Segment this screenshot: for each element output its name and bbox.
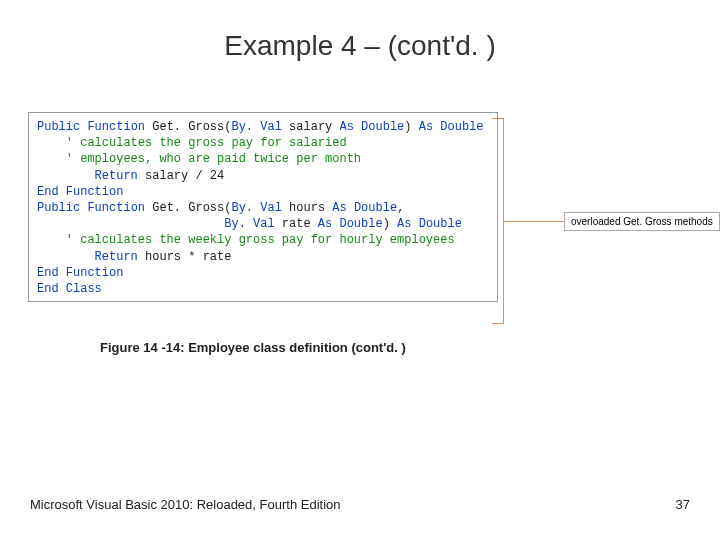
slide-title: Example 4 – (cont'd. ) [0,30,720,62]
code-text: hours [282,201,332,215]
keyword: Double [354,120,404,134]
figure-caption: Figure 14 -14: Employee class definition… [100,340,406,355]
callout-connector [504,221,564,222]
code-line: By. Val rate As Double) As Double [37,216,489,232]
code-text: hours * rate [138,250,232,264]
page-number: 37 [676,497,690,512]
callout-overloaded: overloaded Get. Gross methods [564,212,720,231]
keyword: End [37,266,59,280]
keyword: By. Val [231,120,281,134]
code-text: salary [282,120,340,134]
keyword: Public [37,201,80,215]
code-text: , [397,201,404,215]
code-text: salary / 24 [138,169,224,183]
keyword: By. Val [231,201,281,215]
code-comment: ' calculates the weekly gross pay for ho… [37,232,489,248]
code-comment: ' calculates the gross pay for salaried [37,135,489,151]
footer-book-title: Microsoft Visual Basic 2010: Reloaded, F… [30,497,340,512]
keyword: As [419,120,433,134]
keyword: Function [59,266,124,280]
keyword: Function [59,185,124,199]
keyword: Double [332,217,382,231]
keyword: As [332,201,346,215]
keyword: Double [347,201,397,215]
keyword: End [37,185,59,199]
code-line: End Function [37,265,489,281]
keyword: Function [80,120,145,134]
code-text: rate [275,217,318,231]
code-text: Get. Gross( [145,120,231,134]
code-text: ) [404,120,418,134]
code-line: End Class [37,281,489,297]
code-line: Public Function Get. Gross(By. Val salar… [37,119,489,135]
keyword: By. Val [37,217,275,231]
code-line: Return hours * rate [37,249,489,265]
keyword: Public [37,120,80,134]
keyword: Double [433,120,483,134]
code-text: Get. Gross( [145,201,231,215]
keyword: Function [80,201,145,215]
keyword: As [339,120,353,134]
keyword: As [318,217,332,231]
code-line: Public Function Get. Gross(By. Val hours… [37,200,489,216]
keyword: Class [59,282,102,296]
code-listing: Public Function Get. Gross(By. Val salar… [28,112,498,302]
code-line: Return salary / 24 [37,168,489,184]
keyword: Return [37,250,138,264]
keyword: Return [37,169,138,183]
keyword: End [37,282,59,296]
code-text: ) [383,217,397,231]
code-line: End Function [37,184,489,200]
code-comment: ' employees, who are paid twice per mont… [37,151,489,167]
keyword: As [397,217,411,231]
keyword: Double [412,217,462,231]
